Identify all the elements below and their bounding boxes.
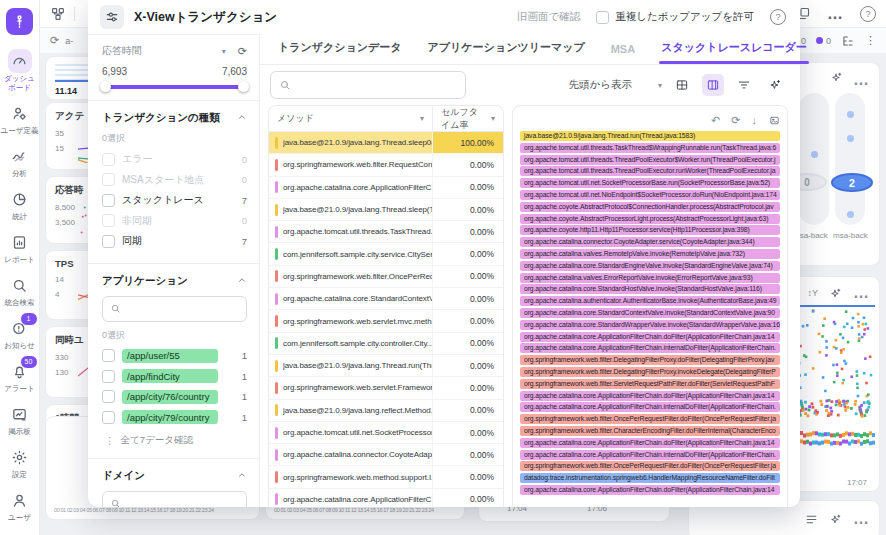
tx-type-section-header[interactable]: トランザクションの種類: [102, 111, 247, 125]
checkbox[interactable]: [102, 370, 115, 383]
tx-type-option[interactable]: スタックトレース 7: [102, 190, 247, 211]
checkbox[interactable]: [102, 173, 115, 186]
sidebar-item[interactable]: 統計: [1, 187, 39, 221]
stack-frame-row[interactable]: org.apache.catalina.core.ApplicationFilt…: [520, 343, 780, 353]
tx-type-option[interactable]: 同期 7: [102, 231, 247, 252]
refresh-icon[interactable]: ⟳: [50, 34, 59, 47]
method-row[interactable]: com.jennifersoft.sample.city.service.Cit…: [269, 243, 503, 265]
sparkle-icon[interactable]: [829, 513, 842, 526]
display-order-select[interactable]: 先頭から表示 ▾: [568, 78, 662, 92]
method-row[interactable]: org.springframework.web.filter.RequestCo…: [269, 154, 503, 176]
sidebar-item[interactable]: 50 アラート: [1, 359, 39, 393]
image-export-icon[interactable]: [768, 114, 780, 126]
application-section-header[interactable]: アプリケーション: [102, 274, 247, 288]
notice-count-badge[interactable]: 0: [816, 36, 831, 46]
tab[interactable]: トランザクションデータ: [278, 40, 402, 64]
tab[interactable]: MSA: [611, 43, 635, 64]
checkbox[interactable]: [102, 214, 115, 227]
help-icon[interactable]: ?: [860, 6, 876, 22]
stack-frame-row[interactable]: org.apache.catalina.core.ApplicationFilt…: [520, 402, 780, 412]
method-row[interactable]: org.springframework.web.method.support.I…: [269, 466, 503, 488]
method-row[interactable]: org.springframework.web.filter.OncePerRe…: [269, 266, 503, 288]
column-view-icon[interactable]: [702, 74, 724, 96]
stack-frame-row[interactable]: org.springframework.web.filter.Character…: [520, 426, 780, 436]
stack-frame-row[interactable]: org.springframework.web.filter.OncePerRe…: [520, 461, 780, 471]
stack-frame-row[interactable]: org.apache.catalina.core.ApplicationFilt…: [520, 450, 780, 460]
stack-frame-row[interactable]: org.apache.catalina.valves.RemoteIpValve…: [520, 249, 780, 259]
stack-frame-row[interactable]: org.apache.tomcat.util.net.SocketProcess…: [520, 178, 780, 188]
stack-frame-row[interactable]: org.springframework.web.filter.Delegatin…: [520, 367, 780, 377]
stack-frame-row[interactable]: org.apache.catalina.core.ApplicationFilt…: [520, 391, 780, 401]
tx-type-option[interactable]: MSAスタート地点 0: [102, 170, 247, 191]
method-row[interactable]: org.apache.catalina.connector.CoyoteAdap…: [269, 444, 503, 466]
sidebar-item[interactable]: ユーザ定義: [1, 101, 39, 135]
method-column-header[interactable]: メソッド▾: [269, 112, 432, 125]
sidebar-item[interactable]: レポート: [1, 230, 39, 264]
list-icon[interactable]: [805, 513, 818, 526]
tab[interactable]: スタックトレースレコーダー: [661, 40, 807, 64]
response-time-range-slider[interactable]: [105, 85, 244, 89]
method-row[interactable]: java.base@21.0.9/java.lang.Thread.run(Th…: [269, 355, 503, 377]
sparkle-icon[interactable]: [829, 287, 842, 300]
application-option[interactable]: /app/city/76/country 1: [102, 387, 247, 408]
filter-settings-button[interactable]: [100, 5, 124, 29]
undo-icon[interactable]: ↶: [711, 115, 720, 126]
grid-view-icon[interactable]: [671, 74, 693, 96]
method-row[interactable]: org.apache.catalina.core.ApplicationFilt…: [269, 177, 503, 199]
stack-frame-row[interactable]: org.apache.tomcat.util.net.NioEndpoint$S…: [520, 190, 780, 200]
stack-frame-row[interactable]: datadog.trace.instrumentation.springweb6…: [520, 473, 780, 483]
kebab-icon[interactable]: ⋮: [865, 34, 876, 47]
stack-frame-row[interactable]: org.springframework.web.filter.OncePerRe…: [520, 414, 780, 424]
stack-frame-row[interactable]: org.apache.catalina.connector.CoyoteAdap…: [520, 237, 780, 247]
download-icon[interactable]: ↓: [752, 115, 758, 126]
domain-section-header[interactable]: ドメイン: [102, 469, 247, 483]
tx-type-option[interactable]: 非同期 0: [102, 211, 247, 232]
sidebar-item[interactable]: 掲示板: [1, 402, 39, 436]
filter-icon[interactable]: [733, 74, 755, 96]
sidebar-item[interactable]: 設定: [1, 445, 39, 479]
stack-frame-row[interactable]: org.apache.tomcat.util.threads.ThreadPoo…: [520, 155, 780, 165]
method-row[interactable]: org.apache.catalina.core.StandardContext…: [269, 288, 503, 310]
stack-frame-row[interactable]: org.apache.catalina.core.StandardHostVal…: [520, 284, 780, 294]
stack-frame-row[interactable]: org.apache.catalina.core.StandardWrapper…: [520, 320, 780, 330]
stack-frame-row[interactable]: org.apache.catalina.authenticator.Authen…: [520, 296, 780, 306]
stack-frame-row[interactable]: org.apache.catalina.valves.ErrorReportVa…: [520, 273, 780, 283]
sidebar-item[interactable]: ダッシュボード: [1, 49, 39, 92]
sidebar-item[interactable]: 1 お知らせ: [1, 316, 39, 350]
more-icon[interactable]: …: [853, 71, 869, 89]
domain-search-input[interactable]: [102, 491, 247, 508]
checkbox[interactable]: [102, 194, 115, 207]
more-icon[interactable]: …: [853, 510, 869, 528]
stack-frame-row[interactable]: org.apache.coyote.AbstractProtocol$Conne…: [520, 202, 780, 212]
stack-frame-row[interactable]: org.apache.tomcat.util.threads.TaskThrea…: [520, 143, 780, 153]
stack-frame-row[interactable]: org.apache.catalina.core.StandardEngineV…: [520, 261, 780, 271]
checkbox[interactable]: [102, 349, 115, 362]
sidebar-item[interactable]: 統合検索: [1, 273, 39, 307]
method-row[interactable]: org.apache.tomcat.util.net.SocketProcess…: [269, 422, 503, 444]
method-row[interactable]: org.apache.tomcat.util.threads.TaskThrea…: [269, 221, 503, 243]
msa-node-count[interactable]: 2: [831, 173, 873, 192]
sidebar-item[interactable]: ユーザ: [1, 488, 39, 522]
stack-frame-row[interactable]: org.apache.catalina.core.ApplicationFilt…: [520, 332, 780, 342]
tx-type-option[interactable]: エラー 0: [102, 149, 247, 170]
method-row[interactable]: org.apache.catalina.core.ApplicationFilt…: [269, 489, 503, 507]
more-icon[interactable]: …: [853, 284, 869, 302]
method-row[interactable]: com.jennifersoft.sample.city.controller.…: [269, 333, 503, 355]
application-option[interactable]: /app/user/55 1: [102, 346, 247, 367]
help-icon[interactable]: ?: [770, 9, 786, 25]
app-logo[interactable]: [6, 8, 33, 35]
stack-frame-row[interactable]: org.apache.tomcat.util.threads.ThreadPoo…: [520, 166, 780, 176]
method-row[interactable]: org.springframework.web.servlet.mvc.meth…: [269, 310, 503, 332]
checkbox[interactable]: [102, 153, 115, 166]
method-row[interactable]: java.base@21.0.9/java.lang.Thread.sleep(…: [269, 199, 503, 221]
metric-select[interactable]: 応答時間 ▾ ⟳: [102, 44, 247, 58]
application-search-input[interactable]: [102, 296, 247, 322]
method-search-input[interactable]: [270, 71, 466, 99]
more-icon[interactable]: …: [827, 5, 844, 23]
method-row[interactable]: java.base@21.0.9/java.lang.reflect.Metho…: [269, 400, 503, 422]
stack-frame-row[interactable]: org.apache.catalina.core.ApplicationFilt…: [520, 438, 780, 448]
view-all-data-link[interactable]: ⋮ 全て7データ確認: [105, 434, 247, 447]
checkbox[interactable]: [102, 411, 115, 424]
sparkle-icon[interactable]: [830, 71, 843, 84]
y-sort-icon[interactable]: ↕Y: [807, 288, 818, 298]
